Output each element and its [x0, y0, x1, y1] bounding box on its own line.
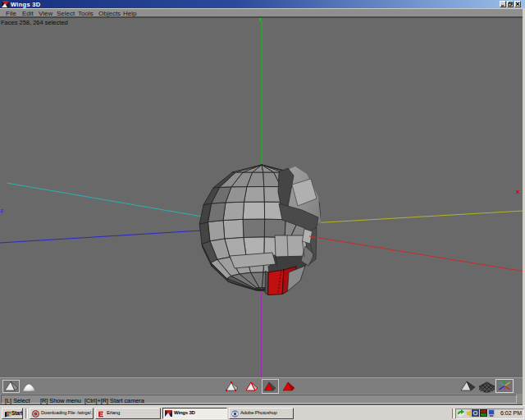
svg-text:Y: Y	[258, 18, 263, 23]
svg-text:z: z	[0, 207, 3, 214]
svg-text:x: x	[516, 188, 520, 195]
